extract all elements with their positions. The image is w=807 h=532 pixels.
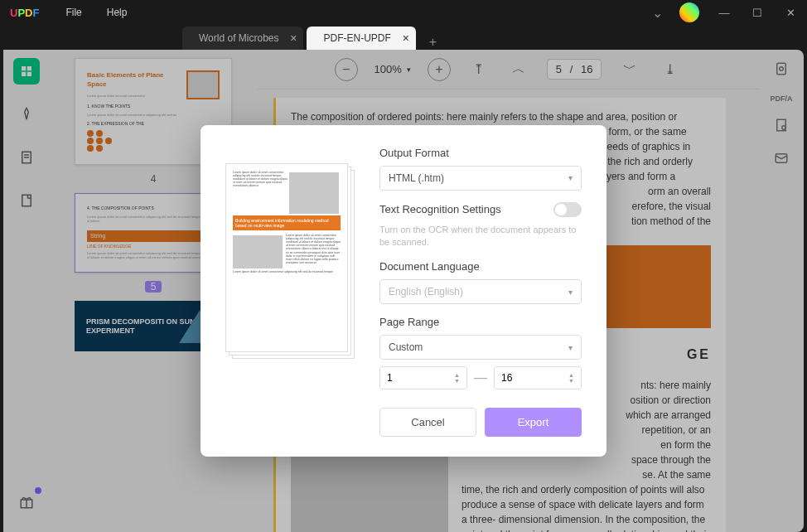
export-button[interactable]: Export (485, 408, 582, 437)
minimize-button[interactable]: — (708, 0, 741, 25)
modal-overlay: Lorem ipsum dolor sit amet consectetur a… (3, 50, 804, 532)
ocr-hint: Turn on the OCR when the document appear… (379, 224, 582, 249)
close-icon[interactable]: × (403, 31, 409, 45)
menu-file[interactable]: File (65, 7, 81, 18)
add-tab-button[interactable]: + (419, 35, 447, 50)
dropdown-icon[interactable]: ⌄ (652, 5, 663, 21)
language-select[interactable]: English (English)▾ (379, 279, 582, 304)
tab-label: PDF-EN-UPDF (323, 32, 390, 44)
language-label: Document Language (379, 260, 582, 273)
page-preview: Lorem ipsum dolor sit amet consectetur a… (225, 163, 355, 438)
range-separator: — (474, 370, 487, 385)
tab-inactive[interactable]: World of Microbes × (182, 27, 303, 50)
tab-label: World of Microbes (199, 32, 278, 44)
page-range-label: Page Range (379, 316, 582, 328)
app-logo: UPDF (0, 7, 49, 19)
cancel-button[interactable]: Cancel (379, 408, 476, 437)
range-to-input[interactable]: 16 ▲▼ (494, 366, 582, 389)
close-icon[interactable]: × (290, 31, 297, 45)
output-format-label: Output Format (379, 147, 582, 159)
ocr-label: Text Recognition Settings (379, 203, 501, 215)
page-range-select[interactable]: Custom▾ (379, 335, 582, 360)
close-button[interactable]: ✕ (774, 0, 807, 25)
tab-active[interactable]: PDF-EN-UPDF × (307, 27, 415, 50)
output-format-select[interactable]: HTML (.htm)▾ (379, 166, 582, 191)
ai-icon[interactable] (679, 2, 699, 22)
menu-help[interactable]: Help (107, 7, 128, 18)
export-dialog: Lorem ipsum dolor sit amet consectetur a… (201, 125, 606, 457)
maximize-button[interactable]: ☐ (741, 0, 774, 25)
range-from-input[interactable]: 1 ▲▼ (379, 366, 467, 389)
ocr-toggle[interactable] (553, 202, 582, 217)
